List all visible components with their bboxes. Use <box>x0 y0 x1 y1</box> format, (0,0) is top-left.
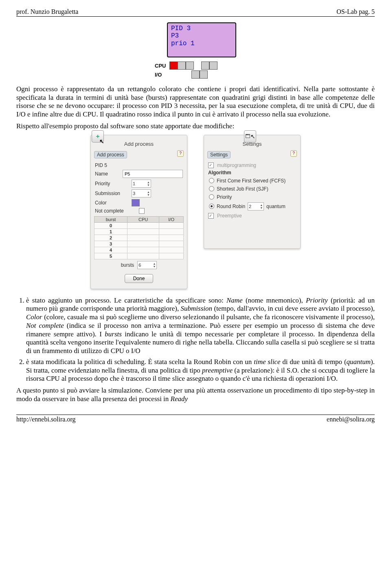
cursor-icon: ↖ <box>250 133 255 140</box>
cpu-cell <box>186 61 194 70</box>
io-cell <box>191 70 200 79</box>
add-process-tab[interactable]: Add process <box>94 151 127 158</box>
cpu-cell <box>178 61 186 70</box>
radio-roundrobin[interactable]: Round Robin 2▲▼ quantum <box>209 202 295 211</box>
help-icon[interactable]: ? <box>290 150 297 157</box>
settings-toolbar-button[interactable]: 🗔↖ <box>244 130 256 143</box>
tbl-head-burst: burst <box>94 216 127 222</box>
cpu-label: CPU <box>155 63 167 69</box>
paragraph-3: A questo punto si può avviare la simulaz… <box>16 386 375 403</box>
done-button[interactable]: Done <box>125 274 154 283</box>
name-label: Name <box>95 171 119 177</box>
priority-stepper[interactable]: 1▲▼ <box>132 180 151 188</box>
settings-tab[interactable]: Settings <box>207 151 231 158</box>
io-cell <box>200 70 208 79</box>
settings-icon: 🗔 <box>245 133 250 139</box>
name-input[interactable] <box>123 170 183 178</box>
preemptive-label: Preemptive <box>217 213 242 219</box>
header-right: OS-Lab pag. 5 <box>336 8 375 15</box>
color-swatch-button[interactable] <box>132 199 140 206</box>
submission-stepper[interactable]: 3▲▼ <box>132 189 151 197</box>
color-label: Color <box>95 200 128 206</box>
process-diagram: PID 3 P3 prio 1 CPU I/O <box>16 22 375 79</box>
diagram-prio: prio 1 <box>171 40 232 47</box>
quantum-stepper[interactable]: 2▲▼ <box>248 202 264 211</box>
list-item-2: è stata modificata la politica di schedu… <box>26 358 375 383</box>
table-row[interactable]: 2 <box>94 235 127 241</box>
table-row[interactable]: 5 <box>94 253 127 259</box>
add-process-panel: ＋↖ Add process Add process ? PID 5 Name … <box>90 135 187 289</box>
cpu-cell-current <box>169 61 178 70</box>
paragraph-1: Ogni processo è rappresentato da un rett… <box>16 85 375 119</box>
footer-right: ennebi@solira.org <box>327 416 375 423</box>
notcomplete-label: Not complete <box>95 208 136 214</box>
tbl-head-cpu: CPU <box>127 216 159 222</box>
priority-label: Priority <box>95 181 128 186</box>
bursts-table: burst CPU I/O 0 1 2 3 4 5 <box>94 216 184 259</box>
footer-left: http://ennebi.solira.org <box>16 416 75 423</box>
cpu-cell <box>201 61 209 70</box>
table-row[interactable]: 3 <box>94 241 127 247</box>
radio-priority[interactable]: Priority <box>209 194 295 200</box>
table-row[interactable]: 1 <box>94 228 127 235</box>
submission-label: Submission <box>95 191 128 196</box>
multiprogramming-label: multiprogramming <box>217 162 256 168</box>
multiprogramming-checkbox[interactable] <box>208 162 214 168</box>
cpu-cell <box>209 61 217 70</box>
io-label: I/O <box>155 72 167 78</box>
tbl-head-io: I/O <box>159 216 184 222</box>
gap <box>177 70 184 78</box>
gap <box>169 70 177 78</box>
bursts-stepper[interactable]: 6▲▼ <box>137 261 157 269</box>
table-row[interactable]: 0 <box>94 222 127 228</box>
notcomplete-checkbox[interactable] <box>139 208 145 214</box>
algorithm-heading: Algorithm <box>208 170 296 176</box>
diagram-pname: P3 <box>171 32 232 39</box>
plus-icon: ＋ <box>95 133 101 140</box>
settings-panel: 🗔↖ Settings Settings ? multiprogramming … <box>204 135 301 249</box>
radio-sjf[interactable]: Shortest Job First (SJF) <box>209 186 295 192</box>
bursts-label: bursts <box>121 262 134 268</box>
gap <box>184 70 191 78</box>
header-left: prof. Nunzio Brugaletta <box>16 8 78 15</box>
paragraph-2: Rispetto all'esempio proposto dal softwa… <box>16 122 375 131</box>
preemptive-checkbox[interactable] <box>208 213 214 219</box>
add-process-toolbar-button[interactable]: ＋↖ <box>92 130 104 143</box>
gap <box>194 61 201 69</box>
radio-fcfs[interactable]: First Come First Served (FCFS) <box>209 178 295 184</box>
diagram-pid: PID 3 <box>171 25 232 32</box>
list-item-1: è stato aggiunto un processo. Le caratte… <box>26 296 375 355</box>
addprocess-title: Add process <box>94 141 184 147</box>
table-row[interactable]: 4 <box>94 247 127 253</box>
help-icon[interactable]: ? <box>177 150 184 157</box>
pid-label: PID 5 <box>95 162 107 168</box>
